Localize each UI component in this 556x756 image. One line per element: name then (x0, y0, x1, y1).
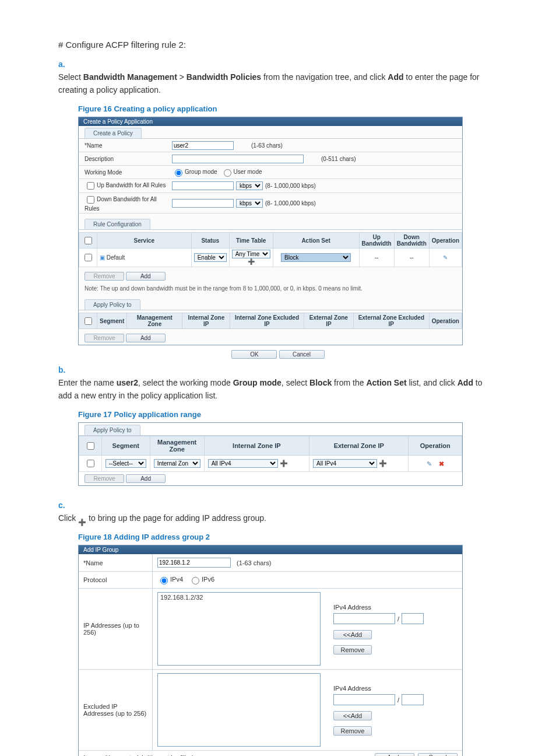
tab-apply-policy[interactable]: Apply Policy to (85, 299, 140, 310)
ext-ip-sel[interactable]: All IPv4 (313, 459, 377, 468)
t: Bandwidth Policies (186, 72, 261, 82)
col-upbw: Up Bandwidth (359, 233, 394, 249)
row-chk[interactable] (85, 254, 92, 261)
service-name: Default (107, 254, 125, 261)
mask-input[interactable] (402, 613, 424, 624)
add-int-ip-icon[interactable] (280, 460, 288, 468)
name-label18: *Name (79, 554, 153, 571)
excl-ip-label: Excluded IP Addresses (up to 256) (79, 670, 153, 750)
name-input18[interactable] (157, 558, 231, 568)
add-time-icon[interactable]: ➕ (248, 258, 255, 265)
step-b-letter: b. (58, 363, 72, 376)
mask-input2[interactable] (402, 694, 424, 705)
col-op2: Operation (429, 313, 462, 329)
add-ip-btn[interactable]: <<Add (333, 630, 372, 639)
tab-create-policy[interactable]: Create a Policy (85, 128, 142, 138)
name-label: *Name (85, 142, 172, 149)
ipv4-radio[interactable]: IPv4 (157, 575, 183, 584)
excl-ip-list[interactable] (157, 673, 321, 747)
t: Bandwidth Management (83, 72, 177, 82)
tab-apply17[interactable]: Apply Policy to (85, 425, 140, 435)
t: > (177, 72, 186, 82)
remove-ip-btn[interactable]: Remove (333, 645, 372, 654)
edit-icon[interactable]: ✎ (443, 254, 448, 261)
col-mgmt: Management Zone (127, 313, 182, 329)
tab-rule-config[interactable]: Rule Configuration (85, 219, 150, 229)
time-sel[interactable]: Any Time (232, 250, 270, 258)
col-extip: External Zone IP (304, 313, 353, 329)
col-time: Time Table (229, 233, 273, 249)
remove-ip-btn2[interactable]: Remove (333, 726, 372, 736)
mode-user-radio[interactable]: User mode (221, 167, 262, 177)
cancel-button18[interactable]: Cancel (418, 753, 458, 756)
col-intex: Internal Zone Excluded IP (230, 313, 304, 329)
row-chk17[interactable] (87, 460, 94, 467)
add-ip-btn2[interactable]: <<Add (333, 711, 372, 720)
t: from the navigation tree, and click (261, 72, 388, 82)
ipv4-input[interactable] (333, 613, 395, 624)
apply-button[interactable]: Apply (375, 753, 414, 756)
panel18-title: Add IP Group (79, 545, 462, 554)
figure16-title: Figure 16 Creating a policy application (78, 104, 498, 113)
name-hint: (1-63 chars) (251, 142, 283, 149)
int-ip-sel[interactable]: All IPv4 (208, 459, 278, 468)
mode-label: Working Mode (85, 169, 172, 176)
add-ext-ip-icon[interactable] (379, 460, 387, 468)
step-a-letter: a. (58, 58, 72, 71)
rule-row: ▣ Default Enable Any Time ➕ Block -- -- … (79, 249, 462, 267)
ok-button[interactable]: OK (231, 350, 277, 359)
up-bw-input[interactable] (172, 181, 234, 190)
figure18-title: Figure 18 Adding IP address group 2 (78, 533, 498, 541)
rule-table: Service Status Time Table Action Set Up … (79, 232, 462, 267)
step-a: a. Select Bandwidth Management > Bandwid… (58, 58, 498, 96)
down-bw-chk[interactable]: Down Bandwidth for All Rules (85, 194, 172, 212)
col-mgmt17: Management Zone (150, 436, 204, 456)
desc-label: Description (85, 156, 172, 162)
ip-addr-label: IP Addresses (up to 256) (79, 589, 153, 669)
select-all-chk[interactable] (85, 237, 92, 244)
segment-sel[interactable]: --Select-- (105, 459, 146, 468)
action-sel[interactable]: Block (281, 253, 351, 262)
ipv4-input2[interactable] (333, 694, 395, 705)
downbw-cell: -- (394, 249, 429, 267)
ipv6-radio[interactable]: IPv6 (189, 575, 214, 584)
remove-btn17[interactable]: Remove (85, 474, 124, 483)
panel-title: Create a Policy Application (79, 117, 462, 126)
figure16-panel: Create a Policy Application Create a Pol… (78, 117, 463, 345)
bw-note: Note: The up and down bandwidth must be … (79, 283, 462, 294)
mgmt-sel[interactable]: Internal Zon (154, 459, 200, 468)
service-icon: ▣ (100, 254, 105, 261)
figure18-panel: Add IP Group *Name (1-63 chars) Protocol… (78, 545, 463, 756)
desc-hint: (0-511 chars) (321, 156, 356, 162)
down-bw-hint: (8- 1,000,000 kbps) (265, 200, 316, 206)
select-all-chk2[interactable] (85, 317, 92, 325)
down-bw-unit[interactable]: kbps (236, 199, 263, 208)
col-ext17: External Zone IP (309, 436, 409, 456)
cancel-button[interactable]: Cancel (279, 350, 325, 359)
remove-btn2[interactable]: Remove (85, 334, 124, 342)
col-int17: Internal Zone IP (204, 436, 309, 456)
up-bw-hint: (8- 1,000,000 kbps) (265, 183, 316, 189)
t: Add (388, 72, 403, 82)
upbw-cell: -- (359, 249, 394, 267)
add-btn17[interactable]: Add (126, 474, 166, 483)
step-b: b. Enter the name user2, select the work… (58, 363, 498, 402)
delete-icon-17[interactable]: ✖ (437, 460, 445, 467)
policy-row-17: --Select-- Internal Zon All IPv4 All IPv… (79, 456, 462, 472)
edit-icon-17[interactable]: ✎ (425, 460, 433, 467)
up-bw-unit[interactable]: kbps (236, 181, 263, 190)
t: Select (58, 72, 83, 82)
up-bw-chk[interactable]: Up Bandwidth for All Rules (85, 180, 172, 191)
remove-btn[interactable]: Remove (85, 272, 124, 281)
mode-group-radio[interactable]: Group mode (172, 167, 217, 177)
col-op17: Operation (409, 436, 462, 456)
add-btn2[interactable]: Add (126, 334, 166, 342)
select-all-17[interactable] (87, 442, 94, 450)
ip-list[interactable]: 192.168.1.2/32 (157, 592, 321, 666)
name-input[interactable] (172, 141, 234, 150)
step-c-letter: c. (58, 499, 72, 512)
status-sel[interactable]: Enable (194, 253, 227, 262)
down-bw-input[interactable] (172, 199, 234, 208)
add-btn[interactable]: Add (126, 272, 166, 281)
desc-input[interactable] (172, 155, 304, 163)
